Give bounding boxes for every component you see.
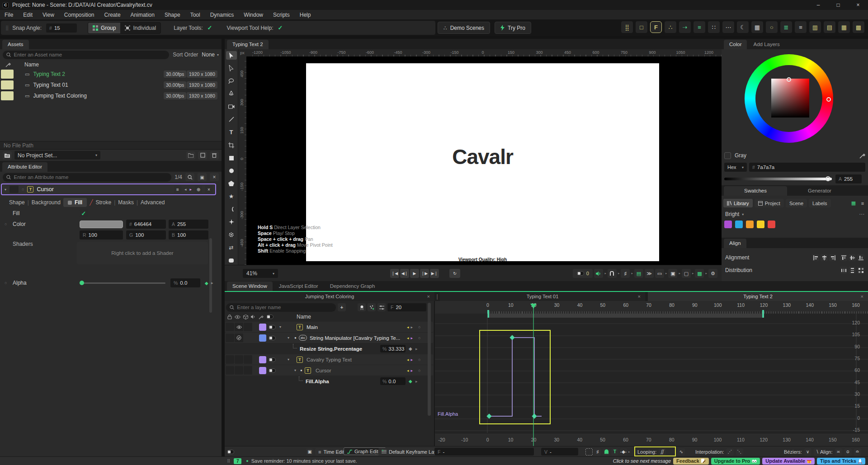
play-button[interactable]: ▶ (410, 269, 419, 278)
out-marker-icon[interactable]: ▸ (411, 325, 413, 329)
layer-toggle[interactable] (269, 368, 276, 373)
in-marker-icon[interactable]: ◂ (407, 325, 409, 329)
solo-box-icon[interactable]: ▣ (306, 448, 313, 456)
dropdown-arrow-icon[interactable]: ▸ (628, 450, 630, 454)
expand-arrow-icon[interactable]: ▸ (211, 281, 213, 285)
alpha-field[interactable]: A255 (169, 220, 208, 229)
project-button[interactable]: Project (755, 199, 784, 207)
expand-chevron-icon[interactable]: ▾ (288, 336, 289, 340)
layer-row-cavalry-typing-text[interactable]: ▾ T Cavalry Typing Text ◂▸○ (225, 354, 433, 365)
in-marker-icon[interactable]: ◂ (407, 336, 409, 340)
rectangle-tool[interactable] (226, 154, 237, 162)
layer-search-input[interactable] (237, 305, 332, 310)
keyframe-circle-icon[interactable]: ○ (5, 222, 7, 226)
work-area-start-handle[interactable] (487, 310, 489, 318)
tab-assets[interactable]: Assets (2, 40, 29, 49)
menu-item[interactable]: Shape (165, 12, 180, 18)
menu-item[interactable]: Scripts (273, 12, 290, 18)
project-folder-button[interactable] (3, 151, 12, 160)
color-preview-swatch[interactable] (724, 152, 731, 159)
layer-row-main[interactable]: ▾ T Main ◂▸○ (225, 322, 433, 332)
attr-row-resize-string[interactable]: Resize String.Percentage %33.333 ◆ ▸ (225, 343, 433, 354)
keyframe-circle-icon[interactable]: ○ (418, 325, 420, 329)
close-tab-icon[interactable]: × (427, 294, 430, 299)
asset-name[interactable]: Typing Text 2 (33, 71, 65, 77)
layer-color-chip[interactable] (259, 324, 266, 331)
out-marker-icon[interactable]: ▸ (411, 336, 413, 340)
text-tool[interactable]: T (226, 128, 237, 136)
layer-row-string-manipulator[interactable]: ▾ ● abc String Manipulator [Cavalry Typi… (225, 333, 433, 343)
transparency-button[interactable]: ▩ (695, 269, 704, 278)
pin-button[interactable]: ▣ (198, 173, 207, 181)
guides-button[interactable]: ▤ (634, 269, 643, 278)
layer-color-chip[interactable] (259, 334, 266, 342)
pin-attributes-icon[interactable]: ⊕ (195, 186, 202, 193)
interp-linear-icon[interactable]: ⋰ (726, 448, 734, 456)
frame-bounds-button[interactable]: ▭ (655, 269, 664, 278)
grid-button[interactable]: ♯ (621, 269, 630, 278)
dropdown-arrow-icon[interactable]: ▸ (665, 272, 667, 275)
comp-tab-typing-text-01[interactable]: Typing Text 01 × (440, 292, 645, 301)
add-layer-button[interactable]: + (338, 303, 346, 311)
close-tab-icon[interactable]: × (638, 294, 641, 299)
attr-row-fill-alpha[interactable]: Fill.Alpha %0.0 ◆ ▸ (225, 376, 433, 386)
project-dropdown[interactable]: No Project Set... ▾ (14, 151, 100, 160)
keyframe-circle-icon[interactable]: ○ (418, 357, 420, 362)
menu-item[interactable]: Help (300, 12, 311, 18)
tab-advanced[interactable]: Advanced (141, 199, 165, 206)
saturation-value-square[interactable] (771, 79, 809, 117)
camera-tool[interactable] (226, 102, 237, 111)
color-swatch[interactable] (724, 221, 732, 228)
attribute-value-field[interactable]: %33.333 (380, 345, 406, 352)
feedback-button[interactable]: Feedback (673, 458, 709, 465)
align-left-icon[interactable] (812, 254, 819, 261)
filter-visible-button[interactable] (358, 303, 366, 311)
hex-input-field[interactable]: #7a7a7a (749, 163, 865, 172)
snap-angle-field[interactable]: # 15 (46, 23, 77, 33)
expand-chevron-icon[interactable]: ▾ (279, 325, 281, 329)
text-preview-icon[interactable]: T (611, 448, 618, 456)
table-icon[interactable]: ▦ (751, 21, 763, 33)
layer-color-chip[interactable] (259, 367, 266, 374)
shader-drop-zone[interactable]: Right click to add a Shader (77, 242, 208, 264)
eye-icon[interactable] (236, 325, 242, 329)
individual-mode-button[interactable]: Individual (120, 23, 160, 33)
work-area-bar[interactable] (487, 314, 764, 318)
align-bars-icon[interactable]: ≡ (693, 21, 705, 33)
import-box-button[interactable] (198, 151, 207, 160)
step-forward-button[interactable]: ❘▶ (420, 269, 429, 278)
moon-icon[interactable]: ☾ (737, 21, 749, 33)
in-marker-icon[interactable]: ◂ (407, 368, 409, 373)
distribute-h-icon[interactable] (840, 267, 847, 274)
minimize-button[interactable]: – (808, 0, 828, 10)
tab-viewport-comp[interactable]: Typing Text 2 (227, 40, 269, 49)
menu-item[interactable]: Tool (190, 12, 200, 18)
zoom-dropdown[interactable]: 41% ▾ (243, 269, 278, 278)
tab-shape[interactable]: Shape (9, 199, 25, 206)
expand-chevron-icon[interactable]: ▾ (288, 357, 289, 362)
audio-button[interactable] (594, 269, 603, 278)
asset-name[interactable]: Jumping Text Coloring (33, 93, 87, 99)
alpha-field[interactable]: A255 (835, 174, 862, 183)
align-top-icon[interactable] (840, 254, 847, 261)
filter-dots-button[interactable] (368, 303, 376, 311)
maximize-button[interactable]: □ (828, 0, 848, 10)
alpha-slider-handle[interactable] (80, 281, 84, 285)
color-swatch[interactable] (746, 221, 754, 228)
menu-item[interactable]: Dynamics (210, 12, 234, 18)
align-keys-right-icon[interactable]: ≏ (854, 448, 861, 456)
keyframe-circle-icon[interactable]: ○ (22, 187, 24, 192)
tips-tricks-button[interactable]: Tips and Tricks (817, 458, 865, 465)
snapping-grid-icon[interactable]: ⣿ (621, 21, 633, 33)
expand-chevron-icon[interactable]: ▾ (294, 368, 296, 372)
out-marker-icon[interactable]: ▸ (411, 368, 413, 373)
toggle-pill-icon[interactable] (227, 450, 234, 454)
expand-arrow-icon[interactable]: ▸ (415, 347, 418, 351)
color-mode-dropdown[interactable]: Hex▾ (724, 163, 747, 172)
keyframe-circle-icon[interactable]: ○ (418, 336, 420, 340)
list-view-icon[interactable]: ≡ (859, 200, 866, 207)
go-to-end-button[interactable]: ▶❘ (430, 269, 439, 278)
more-options-icon[interactable]: ⋯ (859, 211, 864, 217)
menu-item[interactable]: Animation (131, 12, 155, 18)
b-field[interactable]: B100 (169, 230, 208, 240)
